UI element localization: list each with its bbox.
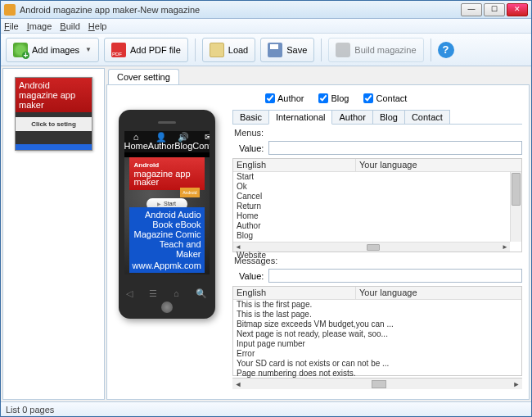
- menus-grid[interactable]: English Your language StartOkCancelRetur…: [232, 158, 522, 252]
- cover-title-block: Android magazine app maker Android: [129, 157, 205, 190]
- window-title: Android magazine app maker-New magazine: [20, 5, 461, 15]
- statusbar: List 0 pages: [1, 401, 531, 416]
- grid-row[interactable]: Blog: [233, 231, 521, 241]
- settings-area: Author Blog Contact Basic International …: [226, 85, 529, 399]
- pdf-icon: [111, 43, 126, 57]
- grid-row[interactable]: Ok: [233, 182, 521, 192]
- toolbar-separator: [431, 39, 431, 61]
- messages-grid[interactable]: English Your language This is the first …: [232, 286, 522, 376]
- load-button[interactable]: Load: [202, 38, 255, 62]
- chevron-down-icon: ▼: [85, 46, 92, 53]
- toolbar-separator: [195, 39, 196, 61]
- sub-tabs: Basic International Author Blog Contact: [232, 110, 522, 125]
- build-magazine-button[interactable]: Build magazine: [328, 38, 423, 62]
- menu-file[interactable]: File: [4, 21, 19, 31]
- horizontal-scrollbar[interactable]: ◄►: [233, 242, 510, 252]
- minimize-button[interactable]: —: [461, 3, 482, 16]
- subtab-blog[interactable]: Blog: [372, 110, 405, 124]
- cover-thumbnail[interactable]: Android magazine app maker Click to seti…: [15, 77, 92, 151]
- add-images-button[interactable]: Add images ▼: [6, 38, 99, 62]
- messages-value-input[interactable]: [268, 269, 522, 283]
- folder-open-icon: [210, 43, 224, 57]
- help-icon[interactable]: ?: [438, 42, 454, 58]
- checkbox-contact[interactable]: Contact: [363, 93, 407, 103]
- grid-row[interactable]: Cancel: [233, 192, 521, 202]
- grid-row[interactable]: This is the first page.: [233, 300, 521, 310]
- checkbox-author[interactable]: Author: [265, 93, 304, 103]
- close-button[interactable]: ✕: [507, 3, 528, 16]
- rss-icon: 🔊: [174, 133, 192, 141]
- status-text: List 0 pages: [6, 405, 54, 415]
- toolbar: Add images ▼ Add PDF file Load Save Buil…: [1, 34, 531, 66]
- grid-row[interactable]: Error: [233, 349, 521, 359]
- grid-row[interactable]: Home: [233, 211, 521, 221]
- phone-preview-area: ⌂Home 👤Author 🔊Blog ✉Contact Android mag…: [107, 85, 226, 399]
- home-icon: ⌂: [124, 133, 148, 141]
- menu-build[interactable]: Build: [60, 21, 79, 31]
- grid-row[interactable]: Return: [233, 202, 521, 211]
- subtab-basic[interactable]: Basic: [232, 110, 269, 124]
- subtab-international[interactable]: International: [268, 110, 333, 125]
- mail-icon: ✉: [192, 133, 209, 141]
- vertical-scrollbar[interactable]: [510, 172, 521, 242]
- person-icon: 👤: [148, 133, 174, 141]
- add-pdf-button[interactable]: Add PDF file: [104, 38, 188, 62]
- subtab-author[interactable]: Author: [331, 110, 372, 124]
- grid-row[interactable]: Bitmap size exceeds VM budget,you can ..…: [233, 320, 521, 329]
- grid-row[interactable]: Next page is not ready, please wait, soo…: [233, 329, 521, 339]
- grid-row[interactable]: Your SD card is not exists or can not be…: [233, 359, 521, 369]
- phone-home-button: [161, 301, 173, 313]
- checkbox-blog[interactable]: Blog: [318, 93, 349, 103]
- menus-label: Menus:: [232, 125, 522, 139]
- phone-nav-home: ⌂Home: [124, 133, 148, 151]
- phone-nav-author: 👤Author: [148, 133, 174, 151]
- grid-row[interactable]: Website: [233, 251, 521, 261]
- panel-horizontal-scrollbar[interactable]: ◄►: [232, 378, 522, 389]
- main-area: Android magazine app maker Click to seti…: [1, 66, 531, 401]
- grid-row[interactable]: Author: [233, 221, 521, 231]
- menus-value-label: Value:: [239, 143, 264, 153]
- save-icon: [268, 43, 282, 57]
- phone-nav-blog: 🔊Blog: [174, 133, 192, 151]
- phone-nav-contact: ✉Contact: [192, 133, 209, 151]
- tab-cover-setting[interactable]: Cover setting: [108, 69, 179, 84]
- pages-panel: Android magazine app maker Click to seti…: [2, 68, 105, 400]
- messages-value-label: Value:: [239, 271, 264, 281]
- menu-image[interactable]: Image: [27, 21, 52, 31]
- subtab-contact[interactable]: Contact: [404, 110, 450, 124]
- maximize-button[interactable]: ☐: [484, 3, 505, 16]
- menus-value-input[interactable]: [268, 141, 522, 155]
- center-panel: Cover setting ⌂Home 👤Author 🔊Blog ✉Conta…: [106, 68, 530, 400]
- phone-mockup: ⌂Home 👤Author 🔊Blog ✉Contact Android mag…: [119, 110, 215, 319]
- phone-speaker: [158, 121, 176, 124]
- phone-hw-buttons: ◁☰⌂🔍: [119, 288, 215, 299]
- phone-screen: ⌂Home 👤Author 🔊Blog ✉Contact Android mag…: [124, 131, 210, 274]
- save-button[interactable]: Save: [260, 38, 314, 62]
- grid-row[interactable]: This is the last page.: [233, 310, 521, 320]
- app-icon: [4, 4, 16, 16]
- titlebar[interactable]: Android magazine app maker-New magazine …: [1, 1, 531, 19]
- build-icon: [336, 43, 350, 57]
- add-images-icon: [13, 43, 28, 57]
- grid-row[interactable]: Input page number: [233, 339, 521, 349]
- main-tabs: Cover setting: [106, 68, 530, 84]
- grid-row[interactable]: Start: [233, 172, 521, 182]
- menu-help[interactable]: Help: [88, 21, 107, 31]
- toolbar-separator: [321, 39, 322, 61]
- app-window: Android magazine app maker-New magazine …: [0, 0, 532, 417]
- menubar: File Image Build Help: [1, 19, 531, 34]
- cover-footer: Android Audio Book eBook Magazine Comic …: [129, 207, 205, 273]
